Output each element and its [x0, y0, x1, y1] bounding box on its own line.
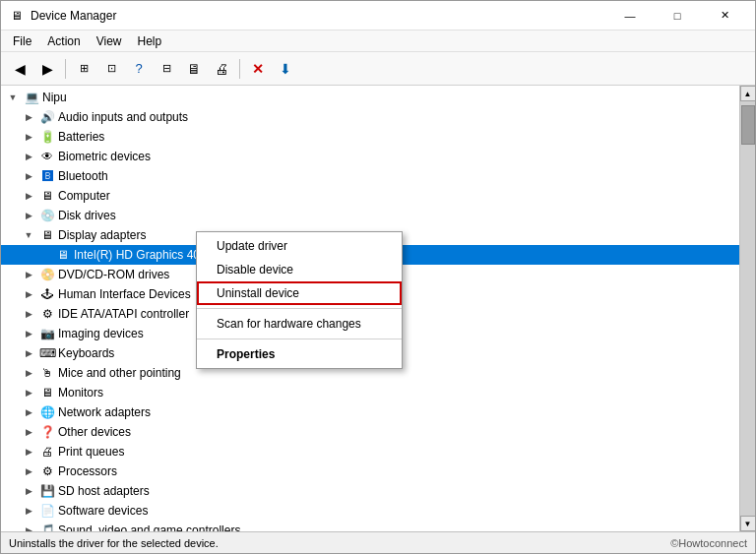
menu-action[interactable]: Action [39, 32, 88, 50]
scroll-track[interactable] [740, 101, 756, 516]
ide-icon: ⚙ [39, 306, 55, 322]
expand-icon: ▶ [21, 444, 36, 460]
expand-icon: ▶ [21, 326, 36, 341]
item-label: Display adapters [58, 228, 146, 242]
item-label: Biometric devices [58, 150, 151, 163]
list-item[interactable]: ▶ 🅱 Bluetooth [1, 166, 739, 186]
item-label: Software devices [58, 504, 148, 518]
ctx-scan-hardware[interactable]: Scan for hardware changes [197, 312, 402, 336]
toolbar-separator-2 [239, 59, 240, 79]
tree-root[interactable]: ▼ 💻 Nipu [1, 88, 739, 107]
ctx-properties[interactable]: Properties [197, 342, 402, 366]
item-label: Disk drives [58, 209, 116, 222]
scrollbar[interactable]: ▲ ▼ [739, 86, 755, 531]
graphics-icon: 🖥 [55, 247, 71, 263]
list-item[interactable]: ▶ ⚙ Processors [1, 462, 739, 481]
menu-view[interactable]: View [89, 32, 130, 50]
title-controls: — □ ✕ [607, 2, 747, 30]
expand-icon: ▶ [21, 149, 36, 164]
expand-icon: ▶ [21, 424, 36, 440]
bluetooth-icon: 🅱 [39, 168, 55, 184]
menu-bar: File Action View Help [1, 31, 755, 52]
scroll-thumb[interactable] [741, 105, 755, 145]
list-item[interactable]: ▶ ❓ Other devices [1, 422, 739, 442]
item-label: Mice and other pointing [58, 366, 181, 380]
expand-icon: ▶ [21, 109, 36, 125]
leaf-expander [36, 247, 52, 263]
window-title: Device Manager [31, 9, 607, 23]
disk-icon: 💿 [39, 208, 55, 223]
item-label: Bluetooth [58, 169, 108, 183]
menu-help[interactable]: Help [130, 32, 170, 50]
hid-icon: 🕹 [39, 286, 55, 302]
item-label: Keyboards [58, 346, 114, 360]
processor-icon: ⚙ [39, 463, 55, 479]
expand-icon: ▶ [21, 483, 36, 499]
minimize-button[interactable]: — [607, 2, 653, 30]
item-label: Processors [58, 464, 117, 478]
list-item[interactable]: ▶ 👁 Biometric devices [1, 147, 739, 166]
expand-icon: ▼ [21, 227, 36, 243]
list-item[interactable]: ▶ 🎵 Sound, video and game controllers [1, 521, 739, 531]
expand-icon: ▶ [21, 463, 36, 479]
list-item[interactable]: ▶ 🖨 Print queues [1, 442, 739, 462]
install-button[interactable]: ⬇ [273, 56, 298, 82]
dvd-icon: 📀 [39, 267, 55, 282]
expand-icon: ▶ [21, 365, 36, 381]
toolbar-separator-1 [65, 59, 66, 79]
status-bar: Uninstalls the driver for the selected d… [1, 531, 755, 553]
item-label: Imaging devices [58, 327, 144, 340]
list-item[interactable]: ▶ 🖥 Computer [1, 186, 739, 206]
list-item[interactable]: ▶ 💾 SD host adapters [1, 481, 739, 501]
expand-icon: ▶ [21, 286, 36, 302]
item-label: SD host adapters [58, 484, 150, 498]
properties-button[interactable]: ⊞ [71, 56, 96, 82]
display-icon: 🖥 [39, 227, 55, 243]
remove-device-button[interactable]: ✕ [245, 56, 271, 82]
keyboard-icon: ⌨ [39, 345, 55, 361]
ctx-uninstall-device[interactable]: Uninstall device [197, 281, 402, 305]
expand-icon: ▶ [21, 208, 36, 223]
expand-icon: ▶ [21, 188, 36, 204]
scan-hardware-button[interactable]: 🖥 [181, 56, 207, 82]
print-icon: 🖨 [39, 444, 55, 460]
list-item[interactable]: ▶ 🔋 Batteries [1, 127, 739, 147]
sd-icon: 💾 [39, 483, 55, 499]
root-expander: ▼ [5, 90, 21, 105]
forward-button[interactable]: ▶ [34, 56, 60, 82]
view-button[interactable]: ⊟ [154, 56, 179, 82]
help-button[interactable]: ? [126, 56, 152, 82]
window-icon: 🖥 [9, 8, 25, 24]
menu-file[interactable]: File [5, 32, 39, 50]
imaging-icon: 📷 [39, 326, 55, 341]
toolbar: ◀ ▶ ⊞ ⊡ ? ⊟ 🖥 🖨 ✕ ⬇ [1, 52, 755, 86]
ctx-update-driver[interactable]: Update driver [197, 234, 402, 258]
expand-icon: ▶ [21, 503, 36, 519]
other-icon: ❓ [39, 424, 55, 440]
root-label: Nipu [42, 91, 67, 104]
scroll-up-button[interactable]: ▲ [740, 86, 756, 101]
list-item[interactable]: ▶ 📄 Software devices [1, 501, 739, 521]
item-label: Computer [58, 189, 110, 203]
expand-icon: ▶ [21, 404, 36, 420]
print-button[interactable]: 🖨 [209, 56, 234, 82]
ctx-disable-device[interactable]: Disable device [197, 258, 402, 281]
audio-icon: 🔊 [39, 109, 55, 125]
item-label: Sound, video and game controllers [58, 523, 240, 531]
expand-icon: ▶ [21, 306, 36, 322]
list-item[interactable]: ▶ 💿 Disk drives [1, 206, 739, 225]
update-driver-button[interactable]: ⊡ [98, 56, 124, 82]
back-button[interactable]: ◀ [7, 56, 32, 82]
battery-icon: 🔋 [39, 129, 55, 145]
expand-icon: ▶ [21, 345, 36, 361]
scroll-down-button[interactable]: ▼ [740, 516, 756, 531]
list-item[interactable]: ▶ 🔊 Audio inputs and outputs [1, 107, 739, 127]
expand-icon: ▶ [21, 168, 36, 184]
maximize-button[interactable]: □ [655, 2, 700, 30]
mouse-icon: 🖱 [39, 365, 55, 381]
list-item[interactable]: ▶ 🖥 Monitors [1, 383, 739, 402]
expand-icon: ▶ [21, 523, 36, 531]
close-button[interactable]: ✕ [702, 2, 747, 30]
list-item[interactable]: ▶ 🌐 Network adapters [1, 402, 739, 422]
ctx-separator-2 [197, 339, 402, 339]
